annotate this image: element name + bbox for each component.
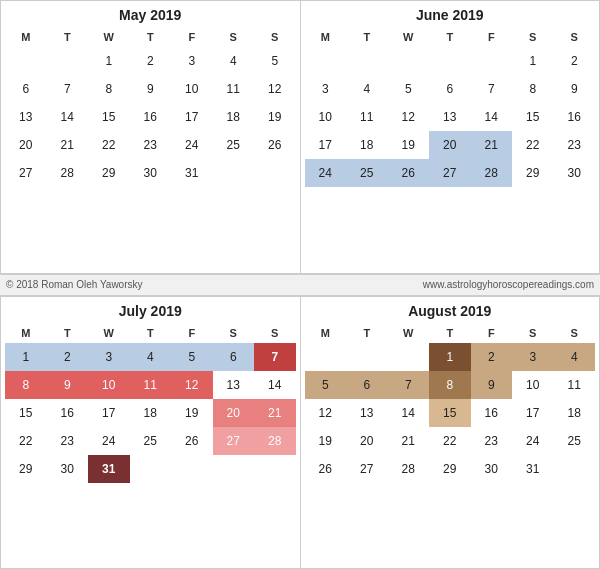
jul-17: 17	[88, 399, 130, 427]
jun-6: 6	[429, 75, 471, 103]
aug-hdr-s1: S	[512, 323, 554, 343]
july-calendar: July 2019 M T W T F S S 1 2 3 4 5 6 7 8	[0, 296, 300, 570]
jun-22: 22	[512, 131, 554, 159]
jul-11: 11	[130, 371, 172, 399]
may-calendar: May 2019 M T W T F S S 1 2 3 4 5 6 7	[0, 0, 300, 274]
main-container: May 2019 M T W T F S S 1 2 3 4 5 6 7	[0, 0, 600, 569]
may-hdr-t1: T	[47, 27, 89, 47]
jun-4: 4	[346, 75, 388, 103]
aug-31: 31	[512, 455, 554, 483]
aug-hdr-f: F	[471, 323, 513, 343]
jun-20: 20	[429, 131, 471, 159]
june-title: June 2019	[305, 7, 596, 23]
aug-16: 16	[471, 399, 513, 427]
jun-17: 17	[305, 131, 347, 159]
jun-29: 29	[512, 159, 554, 187]
jun-2: 2	[554, 47, 596, 75]
jun-12: 12	[388, 103, 430, 131]
may-empty4	[254, 159, 296, 187]
may-empty2	[47, 47, 89, 75]
jul-5: 5	[171, 343, 213, 371]
aug-hdr-s2: S	[554, 323, 596, 343]
aug-8: 8	[429, 371, 471, 399]
jun-13: 13	[429, 103, 471, 131]
jul-20: 20	[213, 399, 255, 427]
may-13: 13	[5, 103, 47, 131]
may-1: 1	[88, 47, 130, 75]
aug-27: 27	[346, 455, 388, 483]
may-31: 31	[171, 159, 213, 187]
jun-1: 1	[512, 47, 554, 75]
aug-hdr-w: W	[388, 323, 430, 343]
copyright-left: © 2018 Roman Oleh Yaworsky	[6, 279, 143, 290]
jun-10: 10	[305, 103, 347, 131]
jun-21: 21	[471, 131, 513, 159]
jun-hdr-m: M	[305, 27, 347, 47]
jun-28: 28	[471, 159, 513, 187]
aug-12: 12	[305, 399, 347, 427]
jul-empty1	[130, 455, 172, 483]
jul-30: 30	[47, 455, 89, 483]
may-26: 26	[254, 131, 296, 159]
jul-16: 16	[47, 399, 89, 427]
jul-6: 6	[213, 343, 255, 371]
aug-1: 1	[429, 343, 471, 371]
jul-empty3	[213, 455, 255, 483]
jul-4: 4	[130, 343, 172, 371]
aug-30: 30	[471, 455, 513, 483]
may-hdr-s2: S	[254, 27, 296, 47]
jul-empty4	[254, 455, 296, 483]
aug-28: 28	[388, 455, 430, 483]
jun-empty1	[305, 47, 347, 75]
may-27: 27	[5, 159, 47, 187]
jul-hdr-s1: S	[213, 323, 255, 343]
aug-empty4	[554, 455, 596, 483]
jul-22: 22	[5, 427, 47, 455]
may-hdr-m: M	[5, 27, 47, 47]
may-16: 16	[130, 103, 172, 131]
jun-3: 3	[305, 75, 347, 103]
may-14: 14	[47, 103, 89, 131]
jul-8: 8	[5, 371, 47, 399]
aug-empty1	[305, 343, 347, 371]
aug-19: 19	[305, 427, 347, 455]
aug-5: 5	[305, 371, 347, 399]
jul-7: 7	[254, 343, 296, 371]
may-30: 30	[130, 159, 172, 187]
may-25: 25	[213, 131, 255, 159]
august-calendar: August 2019 M T W T F S S 1 2 3 4 5	[300, 296, 601, 570]
jul-2: 2	[47, 343, 89, 371]
aug-18: 18	[554, 399, 596, 427]
may-21: 21	[47, 131, 89, 159]
jun-11: 11	[346, 103, 388, 131]
may-6: 6	[5, 75, 47, 103]
may-18: 18	[213, 103, 255, 131]
aug-15: 15	[429, 399, 471, 427]
aug-empty3	[388, 343, 430, 371]
jun-18: 18	[346, 131, 388, 159]
jun-25: 25	[346, 159, 388, 187]
may-4: 4	[213, 47, 255, 75]
jul-28: 28	[254, 427, 296, 455]
jul-hdr-w: W	[88, 323, 130, 343]
jul-24: 24	[88, 427, 130, 455]
jul-hdr-s2: S	[254, 323, 296, 343]
aug-20: 20	[346, 427, 388, 455]
aug-empty2	[346, 343, 388, 371]
jul-3: 3	[88, 343, 130, 371]
may-10: 10	[171, 75, 213, 103]
may-2: 2	[130, 47, 172, 75]
may-23: 23	[130, 131, 172, 159]
jul-hdr-t2: T	[130, 323, 172, 343]
aug-14: 14	[388, 399, 430, 427]
may-hdr-s1: S	[213, 27, 255, 47]
jul-18: 18	[130, 399, 172, 427]
jun-8: 8	[512, 75, 554, 103]
jul-29: 29	[5, 455, 47, 483]
may-19: 19	[254, 103, 296, 131]
aug-13: 13	[346, 399, 388, 427]
jun-19: 19	[388, 131, 430, 159]
jul-31: 31	[88, 455, 130, 483]
aug-29: 29	[429, 455, 471, 483]
jul-1: 1	[5, 343, 47, 371]
